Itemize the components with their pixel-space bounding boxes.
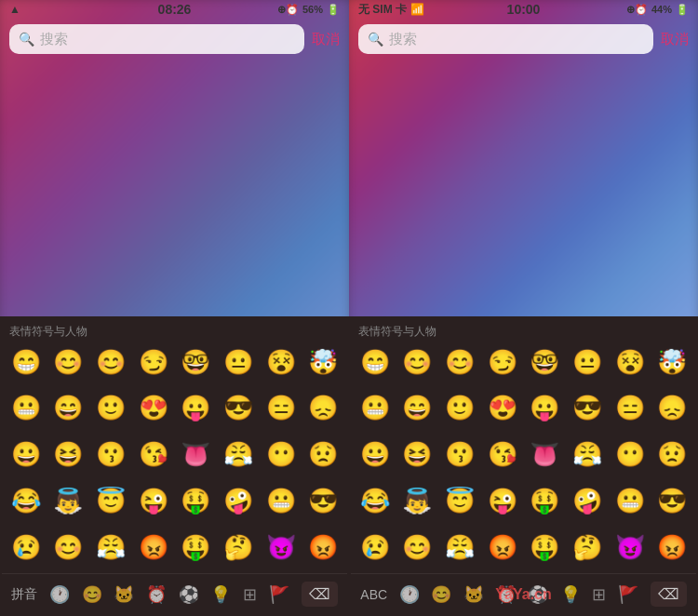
- right-symbols-icon[interactable]: ⊞: [592, 584, 606, 605]
- emoji-18[interactable]: 😆: [48, 436, 89, 474]
- emoji-34[interactable]: 😊: [48, 529, 89, 566]
- emoji-11[interactable]: 🙂: [90, 390, 131, 427]
- r-emoji-13[interactable]: 😛: [525, 390, 566, 427]
- emoji-37[interactable]: 🤑: [176, 529, 217, 566]
- emoji-15[interactable]: 😑: [261, 390, 302, 427]
- emoji-23[interactable]: 😶: [261, 436, 302, 474]
- r-emoji-23[interactable]: 😶: [610, 436, 651, 474]
- r-emoji-26[interactable]: 👼: [397, 482, 438, 519]
- r-emoji-3[interactable]: 😊: [439, 343, 480, 381]
- left-cancel-button[interactable]: 取消: [312, 31, 340, 48]
- r-emoji-15[interactable]: 😑: [610, 390, 651, 427]
- emoji-35[interactable]: 😤: [90, 529, 131, 566]
- r-emoji-30[interactable]: 🤪: [567, 482, 608, 519]
- emoji-27[interactable]: 😇: [90, 482, 131, 519]
- r-emoji-2[interactable]: 😊: [397, 343, 438, 381]
- left-people-icon[interactable]: 🐱: [114, 584, 134, 605]
- left-nature-icon[interactable]: ⏰: [146, 584, 167, 605]
- right-emoji-icon[interactable]: 😊: [431, 584, 451, 605]
- emoji-4[interactable]: 😏: [133, 343, 174, 381]
- r-emoji-14[interactable]: 😎: [567, 390, 608, 427]
- right-sports-icon[interactable]: ⚽: [528, 584, 548, 605]
- r-emoji-33[interactable]: 😢: [355, 529, 396, 566]
- r-emoji-9[interactable]: 😬: [355, 390, 396, 427]
- left-delete-btn[interactable]: ⌫: [302, 582, 338, 607]
- r-emoji-31[interactable]: 😬: [610, 482, 651, 519]
- r-emoji-36[interactable]: 😡: [482, 529, 523, 566]
- r-emoji-29[interactable]: 🤑: [525, 482, 566, 519]
- r-emoji-19[interactable]: 😗: [439, 436, 480, 474]
- left-pinyin-btn[interactable]: 拼音: [11, 586, 37, 603]
- emoji-16[interactable]: 😞: [302, 390, 343, 427]
- left-sports-icon[interactable]: ⚽: [179, 584, 199, 605]
- r-emoji-11[interactable]: 🙂: [439, 390, 480, 427]
- left-symbols-icon[interactable]: ⊞: [243, 584, 257, 605]
- emoji-25[interactable]: 😂: [6, 482, 47, 519]
- r-emoji-18[interactable]: 😆: [397, 436, 438, 474]
- emoji-6[interactable]: 😐: [218, 343, 259, 381]
- emoji-38[interactable]: 🤔: [218, 529, 259, 566]
- r-emoji-32[interactable]: 😎: [651, 482, 692, 519]
- r-emoji-39[interactable]: 😈: [610, 529, 651, 566]
- r-emoji-34[interactable]: 😊: [397, 529, 438, 566]
- right-recent-icon[interactable]: 🕐: [399, 584, 420, 605]
- right-nature-icon[interactable]: ⏰: [496, 584, 517, 605]
- r-emoji-5[interactable]: 🤓: [525, 343, 566, 381]
- left-objects-icon[interactable]: 💡: [210, 584, 231, 605]
- right-objects-icon[interactable]: 💡: [560, 584, 581, 605]
- left-emoji-icon[interactable]: 😊: [82, 584, 102, 605]
- r-emoji-20[interactable]: 😘: [482, 436, 523, 474]
- left-recent-icon[interactable]: 🕐: [49, 584, 70, 605]
- right-abc-btn[interactable]: ABC: [360, 587, 387, 602]
- emoji-40[interactable]: 😡: [302, 529, 343, 566]
- emoji-8[interactable]: 🤯: [302, 343, 343, 381]
- r-emoji-12[interactable]: 😍: [482, 390, 523, 427]
- emoji-21[interactable]: 👅: [176, 436, 217, 474]
- emoji-14[interactable]: 😎: [218, 390, 259, 427]
- emoji-5[interactable]: 🤓: [176, 343, 217, 381]
- right-delete-btn[interactable]: ⌫: [651, 582, 687, 607]
- emoji-33[interactable]: 😢: [6, 529, 47, 566]
- left-flags-icon[interactable]: 🚩: [269, 584, 289, 605]
- emoji-31[interactable]: 😬: [261, 482, 302, 519]
- emoji-1[interactable]: 😁: [6, 343, 47, 381]
- emoji-7[interactable]: 😵: [261, 343, 302, 381]
- right-people-icon[interactable]: 🐱: [463, 584, 484, 605]
- emoji-19[interactable]: 😗: [90, 436, 131, 474]
- r-emoji-16[interactable]: 😞: [651, 390, 692, 427]
- emoji-28[interactable]: 😜: [133, 482, 174, 519]
- r-emoji-25[interactable]: 😂: [355, 482, 396, 519]
- emoji-22[interactable]: 😤: [218, 436, 259, 474]
- left-search-input-wrapper[interactable]: 🔍 搜索: [9, 24, 304, 54]
- emoji-36[interactable]: 😡: [133, 529, 174, 566]
- emoji-17[interactable]: 😀: [6, 436, 47, 474]
- emoji-9[interactable]: 😬: [6, 390, 47, 427]
- emoji-39[interactable]: 😈: [261, 529, 302, 566]
- r-emoji-8[interactable]: 🤯: [651, 343, 692, 381]
- emoji-20[interactable]: 😘: [133, 436, 174, 474]
- r-emoji-28[interactable]: 😜: [482, 482, 523, 519]
- emoji-32[interactable]: 😎: [302, 482, 343, 519]
- emoji-29[interactable]: 🤑: [176, 482, 217, 519]
- emoji-2[interactable]: 😊: [48, 343, 89, 381]
- emoji-3[interactable]: 😊: [90, 343, 131, 381]
- right-cancel-button[interactable]: 取消: [661, 31, 689, 48]
- r-emoji-22[interactable]: 😤: [567, 436, 608, 474]
- r-emoji-1[interactable]: 😁: [355, 343, 396, 381]
- emoji-30[interactable]: 🤪: [218, 482, 259, 519]
- r-emoji-7[interactable]: 😵: [610, 343, 651, 381]
- emoji-24[interactable]: 😟: [302, 436, 343, 474]
- r-emoji-6[interactable]: 😐: [567, 343, 608, 381]
- emoji-10[interactable]: 😄: [48, 390, 89, 427]
- emoji-13[interactable]: 😛: [176, 390, 217, 427]
- right-flags-icon[interactable]: 🚩: [618, 584, 638, 605]
- emoji-26[interactable]: 👼: [48, 482, 89, 519]
- r-emoji-24[interactable]: 😟: [651, 436, 692, 474]
- r-emoji-35[interactable]: 😤: [439, 529, 480, 566]
- emoji-12[interactable]: 😍: [133, 390, 174, 427]
- r-emoji-27[interactable]: 😇: [439, 482, 480, 519]
- r-emoji-17[interactable]: 😀: [355, 436, 396, 474]
- r-emoji-37[interactable]: 🤑: [525, 529, 566, 566]
- r-emoji-4[interactable]: 😏: [482, 343, 523, 381]
- right-search-input-wrapper[interactable]: 🔍 搜索: [358, 24, 653, 54]
